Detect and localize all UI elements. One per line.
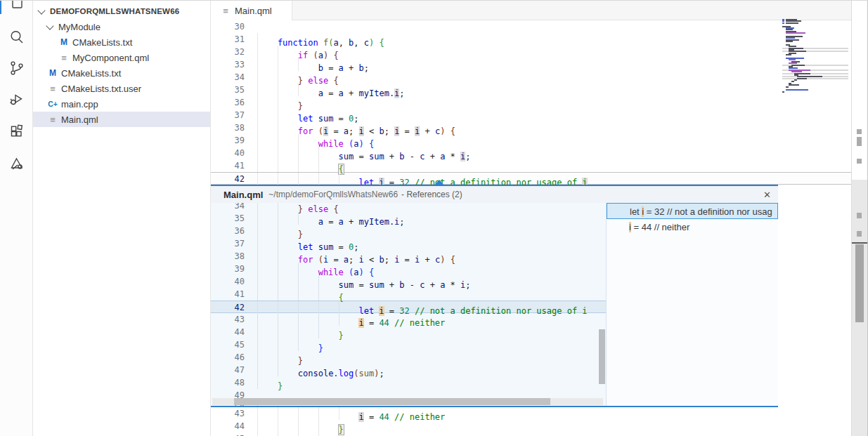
search-icon[interactable] [0,23,33,51]
qt-tools-icon[interactable] [0,150,33,178]
line-number: 46 [211,351,257,364]
line-number: 32 [211,46,257,58]
peek-references-count: - References (2) [401,190,462,199]
close-icon[interactable]: ✕ [762,188,772,202]
line-number: 39 [211,263,257,275]
line-number: 42 [211,301,257,312]
ruler-decoration [857,213,862,218]
source-control-icon[interactable] [0,54,33,82]
peek-vertical-scrollbar[interactable] [598,203,606,406]
peek-body: 34} else {35a = a + myItem.i;36}37let su… [211,203,778,406]
scrollbar-thumb[interactable] [855,244,864,322]
code-line-36: 36} [211,96,851,109]
code-line-32: 32if (a) { [211,46,851,58]
line-number: 44 [211,420,257,432]
peek-code-editor[interactable]: 34} else {35a = a + myItem.i;36}37let su… [211,203,606,406]
line-number: 37 [211,237,257,250]
ruler-decoration [857,129,862,134]
line-number: 44 [211,326,257,338]
code-line-35: 35a = a + myItem.i; [211,212,606,225]
reference-item[interactable]: let i = 32 // not a definition nor usag [607,203,778,219]
cmake-file-icon: M [47,68,58,78]
tree-item-mymodule[interactable]: MyModule [33,19,210,34]
line-number: 45 [211,338,257,351]
code-line-41: 41{ [211,159,851,172]
tree-root[interactable]: DEMOFORQMLLSWHATSNEW66 [33,4,210,19]
tab-main-qml[interactable]: ≡ Main.qml [211,1,292,20]
tab-bar: ≡ Main.qml [211,1,851,20]
line-number: 38 [211,121,257,134]
code-line-41: 41{ [211,288,606,300]
line-number: 33 [211,58,257,71]
tree-item-cmakelists-txt-user[interactable]: ≡CMakeLists.txt.user [33,81,210,96]
tree-item-label: main.cpp [61,99,98,110]
line-number: 45 [211,432,257,436]
line-number: 43 [211,313,257,326]
code-line-34: 34} else { [211,203,606,212]
overview-ruler[interactable] [851,1,868,436]
tab-label: Main.qml [235,6,272,16]
line-number: 35 [211,212,257,225]
code-line-39: 39while (a) { [211,263,606,275]
line-number: 48 [211,376,257,389]
tree-item-label: MyModule [58,22,101,32]
tree-item-mycomponent-qml[interactable]: ≡MyComponent.qml [33,50,210,65]
code-line-43: 43i = 44 // neither [211,407,851,420]
tree-item-label: Main.qml [61,114,98,125]
code-editor-bottom[interactable]: 43i = 44 // neither44}45 [211,407,851,436]
minimap[interactable] [782,19,848,96]
tree-item-label: CMakeLists.txt [61,68,121,79]
tree-item-cmakelists-txt[interactable]: MCMakeLists.txt [33,34,210,50]
code-line-44: 44} [211,420,851,432]
explorer-icon[interactable] [0,0,33,12]
line-number: 40 [211,275,257,288]
line-number: 47 [211,364,257,376]
chevron-down-icon [37,6,45,14]
code-line-42: 42let i = 32 // not a definition nor usa… [211,172,851,185]
code-line-36: 36} [211,225,606,237]
line-number: 38 [211,250,257,263]
code-line-35: 35a = a + myItem.i; [211,84,851,96]
ruler-decoration [857,159,862,164]
tree-item-cmakelists-txt[interactable]: MCMakeLists.txt [33,65,210,81]
peek-horizontal-scrollbar[interactable] [212,398,603,405]
tree-item-main-cpp[interactable]: C+main.cpp [33,96,210,112]
peek-file-name: Main.qml [224,190,263,200]
peek-file-path: ~/tmp/demoForQmllsWhatsNew66 [268,190,398,199]
line-number: 34 [211,71,257,84]
scrollbar-thumb[interactable] [599,329,605,384]
code-line-45: 45 [211,432,851,436]
line-number: 41 [211,159,257,172]
activity-bar [0,1,33,436]
scrollbar-thumb[interactable] [234,398,550,405]
line-number: 40 [211,147,257,159]
file-icon: ≡ [220,6,231,16]
code-line-38: 38for (i = a; i < b; i = i + c) { [211,250,606,263]
code-line-37: 37let sum = 0; [211,109,851,121]
code-line-40: 40sum = sum + b - c + a * i; [211,147,851,159]
line-number: 39 [211,134,257,147]
code-line-34: 34} else { [211,71,851,84]
ruler-decoration [857,231,862,237]
code-editor-top[interactable]: 3031function f(a, b, c) {32if (a) {33b =… [211,20,851,185]
explorer-sidebar: DEMOFORQMLLSWHATSNEW66 MyModuleMCMakeLis… [33,1,211,436]
code-line-30: 30 [211,20,851,33]
cmake-file-icon: M [58,37,70,47]
ruler-decoration [857,137,862,146]
tree-item-label: CMakeLists.txt [72,37,132,48]
references-peek-view: Main.qml ~/tmp/demoForQmllsWhatsNew66 - … [211,185,778,407]
code-line-39: 39while (a) { [211,134,851,147]
line-number: 34 [211,203,257,212]
tree-item-main-qml[interactable]: ≡Main.qml [33,112,210,127]
references-list: let i = 32 // not a definition nor usagi… [606,203,778,406]
code-line-47: 47console.log(sum); [211,364,606,376]
run-debug-icon[interactable] [0,85,33,113]
extensions-icon[interactable] [0,117,33,145]
code-line-43: 43i = 44 // neither [211,313,606,326]
line-number: 35 [211,84,257,96]
code-line-45: 45} [211,338,606,351]
code-line-31: 31function f(a, b, c) { [211,33,851,46]
line-number: 36 [211,96,257,109]
reference-item[interactable]: i = 44 // neither [607,219,778,235]
code-line-46: 46} [211,351,606,364]
